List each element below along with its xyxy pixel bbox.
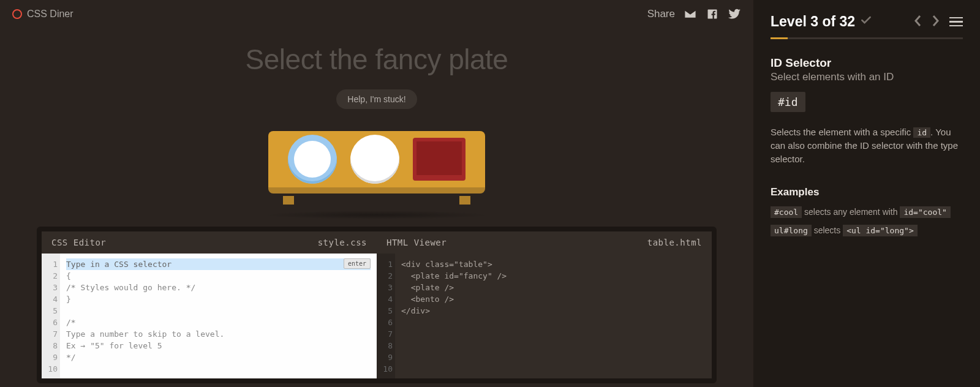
examples-heading: Examples [771,186,963,198]
plate-fancy[interactable] [288,135,337,184]
syntax-example: #id [771,92,805,112]
check-icon [860,13,872,30]
html-viewer-pane: HTML Viewer table.html 1 2 3 4 5 6 7 8 9… [377,231,712,378]
table-shadow [262,211,491,219]
brand-label: CSS Diner [27,9,74,20]
bento[interactable] [413,138,466,181]
share-label: Share [647,8,675,20]
twitter-icon[interactable] [728,7,741,21]
brand[interactable]: CSS Diner [12,9,74,20]
table-leg [283,196,294,205]
html-code: <div class="table"> <plate id="fancy" />… [395,254,712,380]
selector-subtitle: Select elements with an ID [771,71,963,83]
css-gutter: 1 2 3 4 5 6 7 8 9 10 [42,254,60,380]
css-editor-filename: style.css [318,238,367,247]
logo-icon [12,9,22,19]
mail-icon[interactable] [684,7,697,21]
share-group: Share [647,7,741,21]
table-top [268,131,485,194]
example-row: ul#long selects <ul id="long"> [771,225,963,235]
help-button[interactable]: Help, I'm stuck! [336,89,417,109]
enter-button[interactable]: enter [344,258,371,269]
html-viewer-title: HTML Viewer [386,238,447,247]
html-viewer-filename: table.html [647,238,702,247]
css-editor-title: CSS Editor [51,238,106,247]
css-editor-pane: CSS Editor style.css 1 2 3 4 5 6 7 8 9 1… [42,231,377,378]
selector-description: Selects the element with a specific id. … [771,126,963,165]
table-leg [459,196,470,205]
editor-container: CSS Editor style.css 1 2 3 4 5 6 7 8 9 1… [37,227,717,383]
html-gutter: 1 2 3 4 5 6 7 8 9 10 [377,254,395,380]
game-table [0,131,753,205]
facebook-icon[interactable] [706,7,719,21]
example-row: #cool selects any element with id="cool" [771,207,963,217]
level-indicator: Level 3 of 32 [771,13,872,30]
prev-level-button[interactable] [913,15,922,29]
level-progress [771,37,963,39]
top-header: CSS Diner Share [0,0,753,28]
menu-icon[interactable] [949,17,963,27]
order-title: Select the fancy plate [0,43,753,76]
selector-name: ID Selector [771,56,963,70]
plate[interactable] [350,135,399,184]
level-label: Level 3 of 32 [771,13,855,30]
css-code[interactable]: Type in a CSS selector { /* Styles would… [60,254,377,380]
next-level-button[interactable] [931,15,941,29]
sidebar: Level 3 of 32 ID Selector Select element… [753,0,980,387]
